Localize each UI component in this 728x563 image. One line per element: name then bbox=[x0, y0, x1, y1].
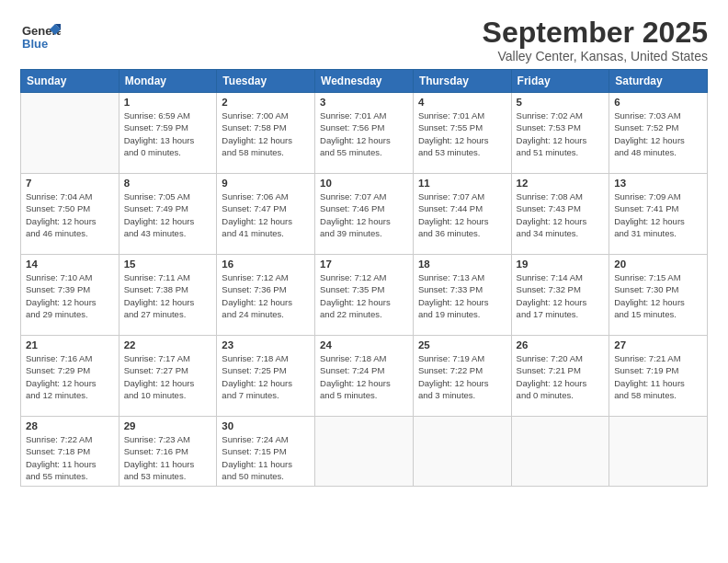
day-number: 11 bbox=[418, 178, 506, 189]
day-number: 25 bbox=[418, 339, 506, 350]
day-number: 16 bbox=[222, 259, 310, 270]
day-info: Sunrise: 7:11 AM Sunset: 7:38 PM Dayligh… bbox=[124, 271, 212, 320]
day-number: 9 bbox=[222, 178, 310, 189]
day-number: 23 bbox=[222, 339, 310, 350]
day-number: 13 bbox=[614, 178, 702, 189]
day-number: 10 bbox=[320, 178, 408, 189]
calendar-cell: 4Sunrise: 7:01 AM Sunset: 7:55 PM Daylig… bbox=[413, 93, 511, 174]
day-number: 15 bbox=[124, 259, 212, 270]
day-info: Sunrise: 7:20 AM Sunset: 7:21 PM Dayligh… bbox=[517, 352, 605, 401]
day-number: 20 bbox=[614, 259, 702, 270]
day-info: Sunrise: 7:03 AM Sunset: 7:52 PM Dayligh… bbox=[614, 109, 702, 158]
calendar-cell: 18Sunrise: 7:13 AM Sunset: 7:33 PM Dayli… bbox=[413, 255, 511, 336]
calendar-cell bbox=[315, 417, 414, 487]
day-info: Sunrise: 7:16 AM Sunset: 7:29 PM Dayligh… bbox=[26, 352, 114, 401]
calendar-cell: 30Sunrise: 7:24 AM Sunset: 7:15 PM Dayli… bbox=[217, 417, 315, 487]
day-info: Sunrise: 7:00 AM Sunset: 7:58 PM Dayligh… bbox=[222, 109, 310, 158]
col-sunday: Sunday bbox=[21, 70, 119, 93]
day-info: Sunrise: 7:18 AM Sunset: 7:24 PM Dayligh… bbox=[320, 352, 408, 401]
calendar-cell: 1Sunrise: 6:59 AM Sunset: 7:59 PM Daylig… bbox=[119, 93, 217, 174]
calendar-cell: 14Sunrise: 7:10 AM Sunset: 7:39 PM Dayli… bbox=[21, 255, 119, 336]
day-info: Sunrise: 7:05 AM Sunset: 7:49 PM Dayligh… bbox=[124, 190, 212, 239]
day-number: 29 bbox=[124, 420, 212, 431]
day-number: 5 bbox=[517, 97, 605, 108]
day-number: 7 bbox=[26, 178, 114, 189]
day-number: 21 bbox=[26, 339, 114, 350]
svg-text:Blue: Blue bbox=[22, 37, 48, 51]
col-friday: Friday bbox=[511, 70, 609, 93]
day-info: Sunrise: 7:07 AM Sunset: 7:44 PM Dayligh… bbox=[418, 190, 506, 239]
month-title: September 2025 bbox=[483, 17, 708, 49]
calendar-cell: 2Sunrise: 7:00 AM Sunset: 7:58 PM Daylig… bbox=[217, 93, 315, 174]
day-info: Sunrise: 7:09 AM Sunset: 7:41 PM Dayligh… bbox=[614, 190, 702, 239]
day-info: Sunrise: 7:10 AM Sunset: 7:39 PM Dayligh… bbox=[26, 271, 114, 320]
day-info: Sunrise: 7:19 AM Sunset: 7:22 PM Dayligh… bbox=[418, 352, 506, 401]
week-row-1: 7Sunrise: 7:04 AM Sunset: 7:50 PM Daylig… bbox=[21, 174, 708, 255]
calendar-cell: 27Sunrise: 7:21 AM Sunset: 7:19 PM Dayli… bbox=[609, 336, 708, 417]
day-number: 19 bbox=[517, 259, 605, 270]
day-number: 30 bbox=[222, 420, 310, 431]
day-number: 1 bbox=[124, 97, 212, 108]
calendar-cell: 9Sunrise: 7:06 AM Sunset: 7:47 PM Daylig… bbox=[217, 174, 315, 255]
day-info: Sunrise: 7:17 AM Sunset: 7:27 PM Dayligh… bbox=[124, 352, 212, 401]
calendar-cell: 28Sunrise: 7:22 AM Sunset: 7:18 PM Dayli… bbox=[21, 417, 119, 487]
calendar-cell: 25Sunrise: 7:19 AM Sunset: 7:22 PM Dayli… bbox=[413, 336, 511, 417]
day-number: 2 bbox=[222, 97, 310, 108]
calendar-cell bbox=[511, 417, 609, 487]
calendar-cell: 11Sunrise: 7:07 AM Sunset: 7:44 PM Dayli… bbox=[413, 174, 511, 255]
logo-icon: General Blue bbox=[20, 17, 61, 57]
calendar-cell: 6Sunrise: 7:03 AM Sunset: 7:52 PM Daylig… bbox=[609, 93, 708, 174]
day-info: Sunrise: 7:12 AM Sunset: 7:35 PM Dayligh… bbox=[320, 271, 408, 320]
day-info: Sunrise: 7:06 AM Sunset: 7:47 PM Dayligh… bbox=[222, 190, 310, 239]
calendar-cell: 22Sunrise: 7:17 AM Sunset: 7:27 PM Dayli… bbox=[119, 336, 217, 417]
calendar-cell: 21Sunrise: 7:16 AM Sunset: 7:29 PM Dayli… bbox=[21, 336, 119, 417]
header-row: Sunday Monday Tuesday Wednesday Thursday… bbox=[21, 70, 708, 93]
col-wednesday: Wednesday bbox=[315, 70, 414, 93]
calendar-cell bbox=[21, 93, 119, 174]
calendar-cell: 23Sunrise: 7:18 AM Sunset: 7:25 PM Dayli… bbox=[217, 336, 315, 417]
day-info: Sunrise: 7:18 AM Sunset: 7:25 PM Dayligh… bbox=[222, 352, 310, 401]
calendar-cell: 24Sunrise: 7:18 AM Sunset: 7:24 PM Dayli… bbox=[315, 336, 414, 417]
week-row-0: 1Sunrise: 6:59 AM Sunset: 7:59 PM Daylig… bbox=[21, 93, 708, 174]
day-info: Sunrise: 6:59 AM Sunset: 7:59 PM Dayligh… bbox=[124, 109, 212, 158]
calendar-table: Sunday Monday Tuesday Wednesday Thursday… bbox=[20, 69, 708, 487]
day-info: Sunrise: 7:22 AM Sunset: 7:18 PM Dayligh… bbox=[26, 433, 114, 482]
day-number: 28 bbox=[26, 420, 114, 431]
col-tuesday: Tuesday bbox=[217, 70, 315, 93]
week-row-2: 14Sunrise: 7:10 AM Sunset: 7:39 PM Dayli… bbox=[21, 255, 708, 336]
day-number: 26 bbox=[517, 339, 605, 350]
day-info: Sunrise: 7:15 AM Sunset: 7:30 PM Dayligh… bbox=[614, 271, 702, 320]
day-number: 18 bbox=[418, 259, 506, 270]
col-monday: Monday bbox=[119, 70, 217, 93]
calendar-cell: 19Sunrise: 7:14 AM Sunset: 7:32 PM Dayli… bbox=[511, 255, 609, 336]
day-info: Sunrise: 7:21 AM Sunset: 7:19 PM Dayligh… bbox=[614, 352, 702, 401]
calendar-cell: 15Sunrise: 7:11 AM Sunset: 7:38 PM Dayli… bbox=[119, 255, 217, 336]
week-row-3: 21Sunrise: 7:16 AM Sunset: 7:29 PM Dayli… bbox=[21, 336, 708, 417]
day-number: 17 bbox=[320, 259, 408, 270]
day-info: Sunrise: 7:04 AM Sunset: 7:50 PM Dayligh… bbox=[26, 190, 114, 239]
col-thursday: Thursday bbox=[413, 70, 511, 93]
calendar-cell: 10Sunrise: 7:07 AM Sunset: 7:46 PM Dayli… bbox=[315, 174, 414, 255]
calendar-cell: 13Sunrise: 7:09 AM Sunset: 7:41 PM Dayli… bbox=[609, 174, 708, 255]
calendar-cell: 5Sunrise: 7:02 AM Sunset: 7:53 PM Daylig… bbox=[511, 93, 609, 174]
day-number: 12 bbox=[517, 178, 605, 189]
subtitle: Valley Center, Kansas, United States bbox=[483, 49, 708, 63]
day-info: Sunrise: 7:08 AM Sunset: 7:43 PM Dayligh… bbox=[517, 190, 605, 239]
day-number: 24 bbox=[320, 339, 408, 350]
col-saturday: Saturday bbox=[609, 70, 708, 93]
day-info: Sunrise: 7:23 AM Sunset: 7:16 PM Dayligh… bbox=[124, 433, 212, 482]
calendar-cell: 7Sunrise: 7:04 AM Sunset: 7:50 PM Daylig… bbox=[21, 174, 119, 255]
day-info: Sunrise: 7:02 AM Sunset: 7:53 PM Dayligh… bbox=[517, 109, 605, 158]
header: General Blue September 2025 Valley Cente… bbox=[20, 17, 708, 63]
day-info: Sunrise: 7:24 AM Sunset: 7:15 PM Dayligh… bbox=[222, 433, 310, 482]
day-number: 14 bbox=[26, 259, 114, 270]
day-info: Sunrise: 7:13 AM Sunset: 7:33 PM Dayligh… bbox=[418, 271, 506, 320]
day-info: Sunrise: 7:01 AM Sunset: 7:55 PM Dayligh… bbox=[418, 109, 506, 158]
day-info: Sunrise: 7:12 AM Sunset: 7:36 PM Dayligh… bbox=[222, 271, 310, 320]
day-number: 4 bbox=[418, 97, 506, 108]
day-info: Sunrise: 7:01 AM Sunset: 7:56 PM Dayligh… bbox=[320, 109, 408, 158]
day-number: 3 bbox=[320, 97, 408, 108]
calendar-cell: 20Sunrise: 7:15 AM Sunset: 7:30 PM Dayli… bbox=[609, 255, 708, 336]
day-number: 27 bbox=[614, 339, 702, 350]
day-number: 22 bbox=[124, 339, 212, 350]
